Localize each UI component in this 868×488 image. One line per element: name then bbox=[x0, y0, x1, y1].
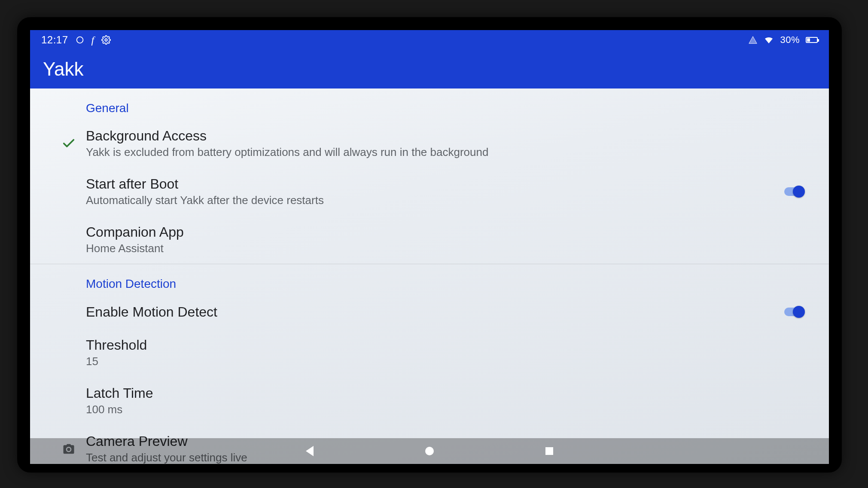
nav-back-button[interactable] bbox=[306, 446, 314, 456]
screen: 12:17 f 30% Yakk bbox=[30, 30, 829, 464]
section-motion: Motion Detection Enable Motion Detect Th… bbox=[30, 264, 829, 464]
f-icon: f bbox=[91, 34, 94, 46]
section-general: General Background Access Yakk is exclud… bbox=[30, 88, 829, 264]
pref-title: Start after Boot bbox=[86, 176, 773, 192]
pref-threshold[interactable]: Threshold 15 bbox=[30, 329, 829, 377]
settings-content[interactable]: General Background Access Yakk is exclud… bbox=[30, 88, 829, 464]
status-bar[interactable]: 12:17 f 30% bbox=[30, 30, 829, 50]
pref-companion-app[interactable]: Companion App Home Assistant bbox=[30, 216, 829, 264]
cast-icon bbox=[748, 35, 758, 45]
pref-start-after-boot[interactable]: Start after Boot Automatically start Yak… bbox=[30, 168, 829, 216]
app-bar: Yakk bbox=[30, 50, 829, 88]
status-right: 30% bbox=[748, 34, 818, 46]
nav-recent-button[interactable] bbox=[545, 447, 553, 455]
section-header-motion: Motion Detection bbox=[30, 264, 829, 295]
gear-icon bbox=[101, 35, 111, 45]
tablet-frame: 12:17 f 30% Yakk bbox=[17, 17, 842, 473]
status-left: 12:17 f bbox=[41, 34, 111, 46]
battery-percent: 30% bbox=[780, 34, 800, 46]
svg-point-1 bbox=[105, 39, 107, 41]
navigation-bar bbox=[30, 438, 829, 464]
battery-icon bbox=[806, 37, 818, 43]
notification-icon bbox=[75, 35, 85, 45]
wifi-icon bbox=[764, 35, 774, 45]
pref-title: Latch Time bbox=[86, 385, 812, 401]
svg-point-0 bbox=[76, 37, 83, 43]
pref-subtitle: Home Assistant bbox=[86, 242, 812, 255]
pref-title: Enable Motion Detect bbox=[86, 304, 773, 320]
status-time: 12:17 bbox=[41, 34, 68, 46]
section-header-general: General bbox=[30, 88, 829, 119]
pref-subtitle: Yakk is excluded from battery optimizati… bbox=[86, 146, 812, 159]
pref-background-access[interactable]: Background Access Yakk is excluded from … bbox=[30, 119, 829, 168]
switch-enable-motion[interactable] bbox=[784, 308, 803, 316]
app-title: Yakk bbox=[43, 58, 84, 80]
pref-value: 15 bbox=[86, 355, 812, 368]
check-icon bbox=[52, 136, 86, 151]
pref-subtitle: Automatically start Yakk after the devic… bbox=[86, 194, 773, 207]
pref-value: 100 ms bbox=[86, 403, 812, 416]
pref-title: Background Access bbox=[86, 128, 812, 144]
pref-latch-time[interactable]: Latch Time 100 ms bbox=[30, 377, 829, 425]
nav-home-button[interactable] bbox=[425, 447, 434, 455]
pref-title: Companion App bbox=[86, 224, 812, 240]
pref-title: Threshold bbox=[86, 337, 812, 353]
switch-start-after-boot[interactable] bbox=[784, 187, 803, 196]
pref-enable-motion[interactable]: Enable Motion Detect bbox=[30, 295, 829, 329]
